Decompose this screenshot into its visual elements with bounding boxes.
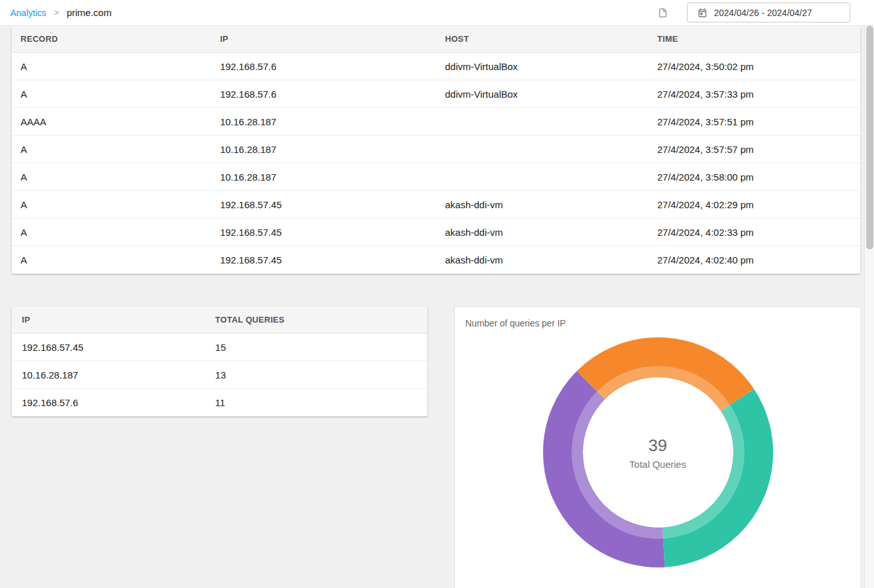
topbar: Analytics > prime.com 2024/04/26 - 2024/… bbox=[0, 0, 874, 26]
table-cell: 192.168.57.45 bbox=[12, 334, 205, 361]
calendar-icon bbox=[697, 8, 708, 18]
table-cell: 15 bbox=[205, 334, 427, 361]
table-cell: 10.16.28.187 bbox=[211, 108, 436, 136]
table-cell: 27/4/2024, 3:57:57 pm bbox=[648, 136, 861, 163]
table-cell: A bbox=[12, 218, 211, 246]
table-cell: 10.16.28.187 bbox=[12, 361, 205, 389]
donut-chart: 39 Total Queries bbox=[542, 337, 774, 568]
table-cell: 10.16.28.187 bbox=[211, 163, 436, 191]
table-cell: A bbox=[12, 136, 211, 163]
table-cell: 10.16.28.187 bbox=[211, 136, 436, 163]
table-cell: 27/4/2024, 3:58:00 pm bbox=[648, 163, 861, 191]
table-cell: 11 bbox=[205, 389, 427, 416]
table-cell: ddivm-VirtualBox bbox=[436, 53, 648, 80]
table-row: 192.168.57.4515 bbox=[12, 334, 427, 361]
queries-per-ip-table: IP TOTAL QUERIES 192.168.57.451510.16.28… bbox=[12, 307, 427, 416]
table-row: A192.168.57.6ddivm-VirtualBox27/4/2024, … bbox=[12, 80, 861, 108]
column-header-total-queries: TOTAL QUERIES bbox=[205, 307, 427, 334]
table-row: A192.168.57.6ddivm-VirtualBox27/4/2024, … bbox=[12, 53, 861, 80]
table-cell: A bbox=[12, 53, 211, 80]
queries-chart-card: Number of queries per IP 39 Total Querie… bbox=[454, 307, 861, 588]
date-range-value: 2024/04/26 - 2024/04/27 bbox=[714, 8, 812, 18]
table-cell: akash-ddi-vm bbox=[436, 218, 648, 246]
table-row: 192.168.57.611 bbox=[12, 389, 427, 416]
table-cell: 27/4/2024, 3:57:33 pm bbox=[648, 80, 861, 108]
table-cell: akash-ddi-vm bbox=[436, 191, 648, 218]
dns-records-card: RECORD IP HOST TIME A192.168.57.6ddivm-V… bbox=[12, 26, 861, 274]
dns-records-table-header: RECORD IP HOST TIME bbox=[12, 26, 861, 53]
table-cell bbox=[436, 108, 648, 136]
table-cell: 192.168.57.45 bbox=[211, 218, 436, 246]
dns-records-table: RECORD IP HOST TIME A192.168.57.6ddivm-V… bbox=[12, 26, 861, 274]
chart-title: Number of queries per IP bbox=[455, 307, 861, 328]
column-header-host: HOST bbox=[436, 26, 648, 53]
scrollbar[interactable] bbox=[864, 26, 874, 588]
table-cell: 13 bbox=[205, 361, 427, 389]
table-cell: 27/4/2024, 4:02:29 pm bbox=[648, 191, 861, 218]
table-cell: A bbox=[12, 163, 211, 191]
breadcrumb-analytics-link[interactable]: Analytics bbox=[10, 8, 46, 18]
table-cell bbox=[436, 163, 648, 191]
column-header-ip: IP bbox=[211, 26, 436, 53]
table-cell: A bbox=[12, 191, 211, 218]
table-row: A192.168.57.45akash-ddi-vm27/4/2024, 4:0… bbox=[12, 191, 861, 218]
queries-per-ip-card: IP TOTAL QUERIES 192.168.57.451510.16.28… bbox=[12, 307, 427, 416]
breadcrumb-current-domain: prime.com bbox=[67, 7, 112, 18]
table-cell: 192.168.57.6 bbox=[12, 389, 205, 416]
table-cell: 27/4/2024, 4:02:40 pm bbox=[648, 246, 861, 274]
table-row: A10.16.28.18727/4/2024, 3:57:57 pm bbox=[12, 136, 861, 163]
column-header-record: RECORD bbox=[12, 26, 211, 53]
table-row: 10.16.28.18713 bbox=[12, 361, 427, 389]
column-header-time: TIME bbox=[648, 26, 861, 53]
table-cell: 192.168.57.45 bbox=[211, 191, 436, 218]
table-row: A192.168.57.45akash-ddi-vm27/4/2024, 4:0… bbox=[12, 218, 861, 246]
table-header-row: RECORD IP HOST TIME bbox=[12, 26, 861, 53]
table-cell: ddivm-VirtualBox bbox=[436, 80, 648, 108]
table-cell: 192.168.57.45 bbox=[211, 246, 436, 274]
table-cell: 27/4/2024, 3:50:02 pm bbox=[648, 53, 861, 80]
breadcrumb-separator: > bbox=[54, 8, 59, 17]
table-header-row: IP TOTAL QUERIES bbox=[12, 307, 427, 334]
table-cell: 192.168.57.6 bbox=[211, 80, 436, 108]
table-cell: 192.168.57.6 bbox=[211, 53, 436, 80]
column-header-ip: IP bbox=[12, 307, 205, 334]
table-cell: akash-ddi-vm bbox=[436, 246, 648, 274]
scrollbar-thumb[interactable] bbox=[866, 26, 873, 249]
date-range-picker[interactable]: 2024/04/26 - 2024/04/27 bbox=[687, 3, 850, 22]
table-cell: 27/4/2024, 3:57:51 pm bbox=[648, 108, 861, 136]
donut-chart-svg bbox=[542, 337, 774, 568]
table-cell bbox=[436, 136, 648, 163]
table-row: AAAA10.16.28.18727/4/2024, 3:57:51 pm bbox=[12, 108, 861, 136]
queries-table-header: IP TOTAL QUERIES bbox=[12, 307, 427, 334]
table-row: A192.168.57.45akash-ddi-vm27/4/2024, 4:0… bbox=[12, 246, 861, 274]
table-cell: 27/4/2024, 4:02:33 pm bbox=[648, 218, 861, 246]
topbar-actions: 2024/04/26 - 2024/04/27 bbox=[658, 3, 850, 22]
donut-segments bbox=[542, 337, 774, 568]
table-cell: A bbox=[12, 80, 211, 108]
table-cell: A bbox=[12, 246, 211, 274]
pdf-export-icon[interactable] bbox=[658, 7, 668, 19]
table-cell: AAAA bbox=[12, 108, 211, 136]
table-row: A10.16.28.18727/4/2024, 3:58:00 pm bbox=[12, 163, 861, 191]
